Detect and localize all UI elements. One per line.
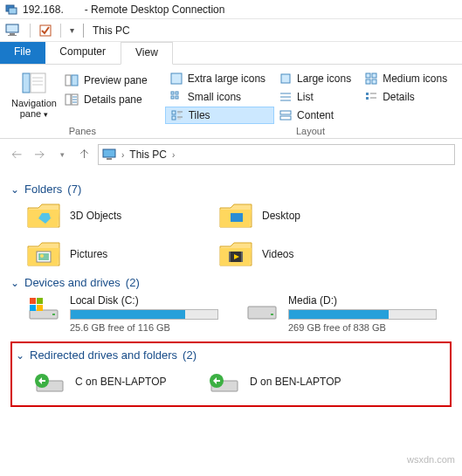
folder-3d-objects[interactable]: 3D Objects	[26, 201, 201, 231]
lg-icon	[279, 72, 292, 85]
preview-pane-button[interactable]: Preview pane	[61, 72, 151, 89]
dropdown-icon[interactable]: ▾	[70, 25, 74, 35]
redirected-label: C on BEN-LAPTOP	[75, 376, 166, 388]
chevron-down-icon: ⌄	[10, 183, 19, 196]
layout-details[interactable]: Details	[360, 88, 456, 106]
crumb-separator[interactable]: ›	[172, 150, 175, 160]
breadcrumb-this-pc[interactable]: This PC	[129, 148, 167, 161]
drive-media-d[interactable]: Media (D:) 269 GB free of 838 GB	[245, 294, 445, 333]
panes-group-label: Panes	[69, 126, 96, 136]
details-pane-button[interactable]: Details pane	[61, 91, 151, 108]
section-devices-header[interactable]: ⌄ Devices and drives (2)	[10, 276, 452, 289]
svg-rect-21	[372, 73, 376, 78]
svg-rect-61	[271, 314, 273, 315]
drive-icon	[245, 294, 279, 324]
folder-label: Desktop	[262, 210, 300, 222]
crumb-separator[interactable]: ›	[121, 150, 124, 160]
drive-label: Local Disk (C:)	[70, 294, 218, 307]
back-button[interactable]: 🡠	[7, 145, 26, 164]
svg-rect-7	[31, 73, 45, 93]
location-label: This PC	[93, 24, 130, 37]
svg-rect-48	[38, 253, 49, 260]
xl-icon	[170, 72, 183, 85]
redirected-drive-d[interactable]: D on BEN-LAPTOP	[206, 367, 363, 397]
capacity-bar	[70, 309, 218, 320]
svg-rect-19	[281, 74, 290, 83]
redirected-highlight-box: ⌄ Redirected drives and folders (2) C on…	[10, 341, 452, 407]
group-layout: Extra large icons Large icons Medium ico…	[160, 68, 461, 136]
svg-rect-25	[176, 92, 178, 94]
forward-button[interactable]: 🡢	[30, 145, 49, 164]
layout-small[interactable]: Small icons	[165, 88, 274, 106]
address-bar[interactable]: › This PC ›	[98, 144, 455, 165]
chevron-down-icon: ⌄	[16, 349, 24, 362]
navigation-bar: 🡠 🡢 ▾ 🡡 › This PC ›	[0, 139, 462, 170]
folder-icon	[26, 201, 61, 231]
svg-rect-33	[366, 97, 369, 100]
svg-rect-59	[37, 305, 43, 311]
sm-icon	[170, 91, 183, 103]
section-redirected-header[interactable]: ⌄ Redirected drives and folders (2)	[16, 348, 446, 362]
drive-label: Media (D:)	[288, 294, 437, 307]
svg-rect-60	[248, 307, 276, 319]
svg-rect-4	[8, 35, 17, 36]
svg-rect-38	[172, 116, 176, 120]
layout-tiles[interactable]: Tiles	[165, 107, 274, 124]
layout-large[interactable]: Large icons	[274, 70, 360, 87]
section-folders-header[interactable]: ⌄ Folders (7)	[10, 183, 452, 196]
svg-rect-11	[66, 75, 71, 86]
folder-desktop[interactable]: Desktop	[218, 201, 393, 231]
recent-locations-button[interactable]: ▾	[52, 145, 72, 164]
folder-videos[interactable]: Videos	[218, 239, 393, 269]
tab-computer[interactable]: Computer	[45, 42, 121, 64]
group-panes: Navigation pane ▾ Preview pane Details p…	[5, 68, 160, 136]
folder-icon	[26, 239, 61, 269]
svg-rect-26	[171, 96, 174, 99]
tiles-icon	[171, 109, 183, 121]
navigation-pane-button[interactable]: Navigation pane ▾	[10, 68, 58, 120]
svg-rect-58	[30, 305, 36, 311]
md-icon	[365, 72, 377, 85]
svg-rect-27	[176, 96, 178, 99]
tab-view[interactable]: View	[121, 42, 173, 65]
content-area: ⌄ Folders (7) 3D Objects Desktop Picture…	[0, 170, 462, 417]
redirected-drive-icon	[206, 367, 241, 397]
svg-rect-35	[172, 111, 176, 114]
redirected-drive-c[interactable]: C on BEN-LAPTOP	[31, 367, 189, 397]
chevron-down-icon: ⌄	[10, 277, 19, 289]
folder-icon	[218, 239, 253, 269]
svg-rect-41	[280, 111, 291, 114]
svg-point-49	[40, 254, 44, 258]
layout-content[interactable]: Content	[274, 107, 360, 124]
list-icon	[279, 91, 292, 103]
svg-rect-20	[366, 73, 370, 78]
layout-medium[interactable]: Medium icons	[360, 70, 456, 87]
svg-rect-6	[23, 73, 30, 93]
svg-rect-23	[372, 79, 376, 84]
window-ip: 192.168.	[23, 3, 64, 16]
svg-rect-13	[66, 94, 71, 105]
layout-extra-large[interactable]: Extra large icons	[165, 70, 274, 87]
layout-list[interactable]: List	[274, 88, 360, 106]
svg-rect-44	[107, 158, 112, 160]
drive-local-c[interactable]: Local Disk (C:) 25.6 GB free of 116 GB	[26, 294, 227, 333]
tab-file[interactable]: File	[0, 42, 45, 64]
layout-group-label: Layout	[296, 126, 325, 136]
details-pane-icon	[65, 93, 79, 107]
window-title: - Remote Desktop Connection	[85, 3, 225, 16]
ribbon-tabs: File Computer View	[0, 42, 462, 65]
ribbon: Navigation pane ▾ Preview pane Details p…	[0, 65, 462, 139]
up-button[interactable]: 🡡	[75, 145, 94, 164]
monitor-icon[interactable]	[5, 24, 21, 38]
drive-free-label: 25.6 GB free of 116 GB	[70, 322, 218, 333]
svg-rect-3	[10, 33, 15, 35]
svg-rect-18	[171, 73, 182, 84]
svg-rect-1	[9, 8, 17, 14]
checkbox-icon[interactable]	[39, 24, 52, 37]
svg-rect-51	[229, 252, 231, 262]
folder-label: Videos	[262, 248, 293, 260]
svg-rect-31	[366, 93, 369, 95]
folder-pictures[interactable]: Pictures	[26, 239, 201, 269]
svg-rect-22	[366, 79, 370, 84]
svg-rect-57	[37, 298, 43, 304]
